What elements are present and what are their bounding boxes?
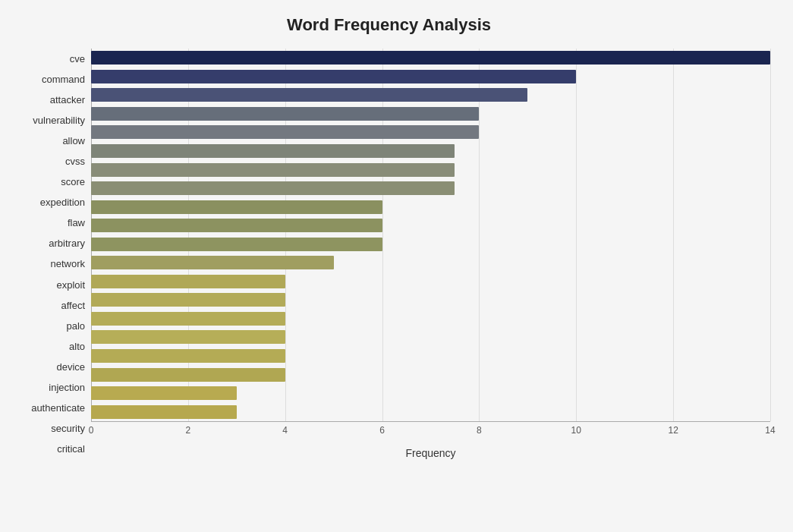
x-tick-label: 4 [282,425,288,436]
x-axis-label: Frequency [91,447,770,459]
bar [91,405,237,419]
bar [91,275,285,288]
bar [91,312,285,326]
chart-title: Word Frequency Analysis [8,15,770,35]
bar [91,349,285,363]
bar-row [91,105,770,122]
grid-line [770,49,771,421]
bar-row [91,217,770,234]
bar-row [91,329,770,345]
y-label: vulnerability [33,111,85,131]
bar [91,107,479,121]
bar-row [91,180,770,197]
bar-row [91,367,770,383]
y-label: expedition [40,193,85,212]
bar-row [91,49,770,66]
bar [91,163,455,177]
y-label: device [56,357,85,376]
y-axis: cvecommandattackervulnerabilityallowcvss… [8,49,91,459]
y-label: score [61,172,85,192]
bars-area [91,49,770,421]
bar [91,256,334,269]
bar [91,144,455,158]
y-label: command [42,70,85,90]
bar [91,125,479,139]
bar-row [91,404,770,420]
bar [91,386,237,400]
bar-row [91,254,770,271]
x-tick-label: 0 [89,425,94,436]
bar [91,51,770,65]
y-label: arbitrary [49,234,85,253]
bar [91,238,382,251]
y-label: security [51,418,85,438]
y-label: authenticate [31,398,85,417]
chart-container: Word Frequency Analysis cvecommandattack… [0,0,793,532]
y-label: network [50,254,85,274]
bar-row [91,291,770,308]
y-label: alto [69,336,85,356]
chart-area: cvecommandattackervulnerabilityallowcvss… [8,49,770,459]
bar-row [91,124,770,140]
bar [91,88,527,102]
y-label: exploit [56,275,85,294]
y-label: critical [57,439,85,458]
y-label: flaw [68,213,85,233]
bar-row [91,385,770,401]
bar-row [91,236,770,253]
x-tick-label: 6 [379,425,385,436]
x-tick-label: 12 [668,425,678,436]
x-axis: 02468101214 [91,421,770,444]
bar-row [91,143,770,159]
bar [91,219,382,232]
y-label: cvss [65,152,85,172]
bar-row [91,273,770,290]
y-label: affect [61,295,85,315]
bar [91,181,455,195]
bar-row [91,199,770,216]
bars-and-xaxis: 02468101214 Frequency [91,49,770,459]
bar-row [91,87,770,103]
x-tick-label: 14 [765,425,775,436]
x-tick-label: 10 [571,425,581,436]
bar-row [91,162,770,178]
bar [91,330,285,344]
y-label: palo [66,316,85,335]
bar-row [91,310,770,327]
y-label: allow [62,131,85,151]
bar [91,200,382,214]
bar [91,368,285,382]
x-tick-label: 8 [477,425,482,436]
bar [91,293,285,307]
y-label: attacker [50,90,85,110]
x-tick-label: 2 [186,425,191,436]
y-label: cve [70,49,85,69]
bar-row [91,348,770,364]
y-label: injection [49,377,85,397]
bar [91,70,576,83]
bar-row [91,68,770,85]
